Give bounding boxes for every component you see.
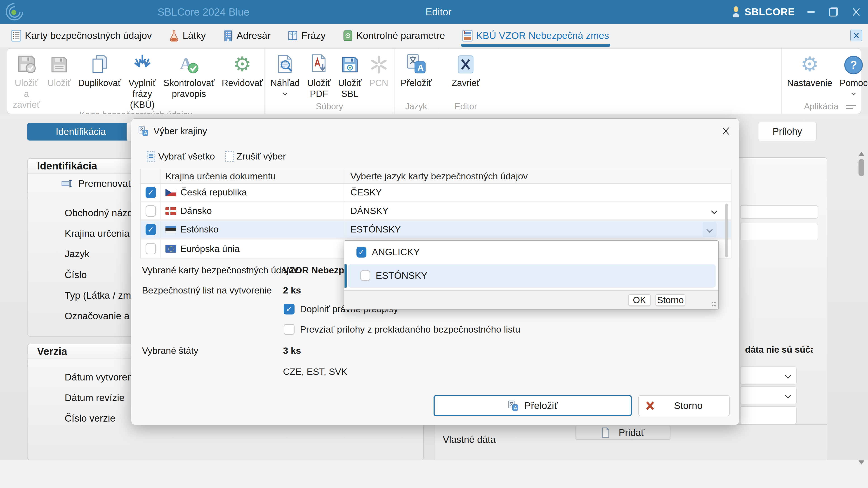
tab-frazy[interactable]: Frázy: [286, 24, 327, 47]
tab-karty-bezpecnostnych-udajov[interactable]: Karty bezpečnostných údajov: [10, 24, 153, 47]
svg-text:A: A: [144, 130, 147, 135]
text-field[interactable]: [740, 406, 797, 424]
language-dropdown-button-open[interactable]: [703, 222, 717, 237]
document-list-icon: [11, 30, 21, 41]
text-input[interactable]: [740, 205, 818, 219]
dropdown-cancel-button[interactable]: Storno: [655, 294, 685, 306]
translate-button[interactable]: A Přeložiť: [397, 52, 435, 88]
window-title: Editor: [348, 6, 529, 18]
ribbon-group-aplikacia: ⚙ Nastavenie ? Pomoc Aplikácia: [781, 48, 861, 113]
tab-kbu-vzor-nebezpecna-zmes[interactable]: KBÚ VZOR Nebezpečná zmes: [461, 24, 611, 47]
app-title: SBLCore 2024 Blue: [118, 6, 289, 18]
sds-to-create-value: 2 ks: [283, 285, 301, 296]
select-all-button[interactable]: Vybrať všetko: [147, 151, 215, 162]
dropdown-field[interactable]: [740, 386, 797, 404]
preview-button[interactable]: Náhľad: [267, 52, 303, 95]
ribbon-group-jazyk: A Přeložiť Jazyk: [394, 48, 438, 113]
dropdown-field[interactable]: [740, 366, 797, 385]
spellcheck-button[interactable]: A Skontrolovať pravopis: [160, 52, 218, 99]
save-pdf-button[interactable]: Uložiť PDF: [304, 52, 334, 99]
language-option-estonsky[interactable]: ESTÓNSKY: [360, 270, 428, 281]
app-logo-icon: [4, 2, 24, 22]
tab-label: Adresár: [237, 30, 271, 41]
add-button[interactable]: Pridať: [576, 426, 671, 440]
gear-icon: ⚙: [801, 52, 819, 74]
close-tab-button[interactable]: [850, 30, 862, 41]
translate-icon: A: [138, 126, 149, 136]
dialog-translate-button[interactable]: A Přeložiť: [434, 395, 632, 416]
cancel-label: Storno: [657, 295, 684, 305]
settings-button[interactable]: ⚙ Nastavenie: [783, 52, 836, 88]
checkbox-checked-icon: ✓: [284, 304, 294, 315]
scrollbar-thumb[interactable]: [859, 159, 864, 176]
titlebar: SBLCore 2024 Blue Editor SBLCORE: [0, 0, 868, 24]
pcn-button[interactable]: PCN: [366, 52, 392, 88]
tab-label: KBÚ VZOR Nebezpečná zmes: [476, 30, 609, 41]
select-all-label: Vybrať všetko: [158, 151, 215, 162]
close-window-button[interactable]: [850, 6, 863, 18]
minimize-button[interactable]: [805, 6, 817, 18]
tab-label: Frázy: [301, 30, 326, 41]
dialog-cancel-button[interactable]: Storno: [638, 395, 730, 416]
main-tabbar: Karty bezpečnostných údajov Látky Adresá…: [0, 24, 868, 47]
language-option-anglicky[interactable]: ✓ ANGLICKY: [356, 247, 420, 258]
sbl-floppy-icon: [340, 52, 360, 74]
help-button[interactable]: ? Pomoc: [836, 52, 868, 95]
row-checkbox[interactable]: [146, 243, 156, 254]
option-checkbox-unchecked[interactable]: [360, 270, 370, 281]
close-icon: [721, 127, 730, 135]
row-checkbox[interactable]: [146, 205, 156, 217]
table-row-estonsko[interactable]: ✓ Estónsko ESTÓNSKY: [141, 221, 731, 239]
country-name: Dánsko: [180, 205, 212, 216]
table-row-dansko[interactable]: Dánsko DÁNSKY: [141, 202, 731, 221]
fill-phrases-arrows-icon: [132, 52, 153, 74]
option-label: ANGLICKY: [372, 247, 420, 258]
take-attachments-checkbox[interactable]: Prevziať prílohy z prekladaného bezpečno…: [284, 324, 520, 335]
selected-states-value: 3 ks: [283, 346, 301, 356]
language-dropdown-popup: ✓ ANGLICKY ESTÓNSKY OK Storno: [344, 240, 719, 310]
option-checkbox-checked[interactable]: ✓: [356, 247, 366, 258]
option-label: ESTÓNSKY: [376, 270, 428, 281]
dropdown-footer: OK Storno: [344, 290, 718, 309]
user-icon: [731, 6, 741, 18]
section-tab-prilohy[interactable]: Prílohy: [758, 122, 817, 141]
clear-selection-button[interactable]: Zrušiť výber: [225, 151, 286, 162]
account-button[interactable]: SBLCORE: [731, 6, 795, 18]
rename-button[interactable]: Premenovať: [61, 178, 131, 189]
group-options-icon[interactable]: [846, 103, 856, 110]
duplicate-button[interactable]: Duplikovať: [74, 52, 125, 88]
svg-text:A: A: [514, 405, 517, 410]
section-tab-identifikacia[interactable]: Identifikácia: [27, 123, 134, 140]
selected-sds-label: Vybrané karty bezpečnostných údajov: [142, 265, 298, 275]
tab-latky[interactable]: Látky: [168, 24, 207, 47]
revise-button[interactable]: ⚙ Revidovať: [218, 52, 267, 88]
scroll-down-button[interactable]: [859, 460, 864, 464]
save-and-close-button[interactable]: Uložiť a zavrieť: [9, 52, 44, 110]
maximize-restore-button[interactable]: [827, 6, 840, 18]
save-button[interactable]: Uložiť: [44, 52, 74, 88]
fill-phrases-button[interactable]: Vyplniť frázy (KBÚ): [125, 52, 160, 110]
section-tab-label: Identifikácia: [56, 126, 106, 137]
table-scrollbar-thumb[interactable]: [725, 203, 728, 257]
checkbox-unchecked-icon: [284, 324, 294, 335]
save-icon: [50, 52, 69, 74]
text-input[interactable]: [740, 223, 818, 240]
language-dropdown-button[interactable]: [712, 209, 717, 213]
rename-label: Premenovať: [78, 178, 131, 189]
table-row-ceska-republika[interactable]: ✓ Česká republika ČESKY: [141, 184, 731, 202]
scroll-up-button[interactable]: [859, 152, 864, 156]
row-checkbox[interactable]: ✓: [146, 224, 156, 235]
close-icon: [853, 32, 860, 39]
translate-icon: A: [508, 400, 519, 411]
resize-grip-icon[interactable]: [712, 302, 716, 307]
save-sbl-button[interactable]: Uložiť SBL: [335, 52, 365, 99]
close-editor-button[interactable]: Zavrieť: [448, 52, 484, 88]
dialog-close-button[interactable]: [719, 125, 732, 137]
row-checkbox[interactable]: ✓: [146, 187, 156, 198]
ribbon-group-subory: Náhľad Uložiť PDF: [265, 48, 394, 113]
dropdown-ok-button[interactable]: OK: [628, 294, 651, 306]
tab-kontrolne-parametre[interactable]: Kontrolné parametre: [342, 24, 446, 47]
clear-selection-label: Zrušiť výber: [237, 151, 286, 162]
chevron-down-icon: [785, 392, 791, 398]
tab-adresar[interactable]: Adresár: [222, 24, 272, 47]
